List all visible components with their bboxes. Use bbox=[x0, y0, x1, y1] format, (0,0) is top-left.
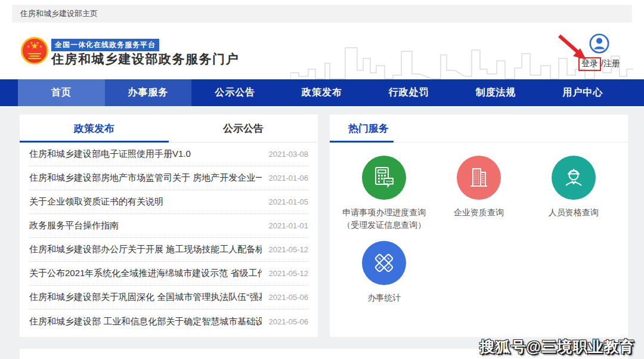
news-item-date: 2021-05-06 bbox=[269, 293, 309, 302]
news-item-title[interactable]: 住房和城乡建设部 工业和信息化部关于确定智慧城市基础设施... bbox=[29, 316, 262, 327]
site-title: 住房和城乡建设部政务服务门户 bbox=[51, 51, 239, 67]
login-register-row: 登录/注册 bbox=[572, 57, 626, 71]
news-item-date: 2021-01-01 bbox=[269, 221, 309, 230]
tab-public-announcement[interactable]: 公示公告 bbox=[169, 114, 318, 143]
news-item[interactable]: 住房和城乡建设部办公厅关于开展 施工现场技能工人配备标准... 2021-05-… bbox=[29, 238, 308, 262]
site-header: ★ ★ ★ ★ ★ 全国一体化在线政务服务平台 住房和城乡建设部政务服务门户 登… bbox=[0, 23, 644, 79]
news-tabs: 政策发布 公示公告 bbox=[20, 114, 318, 143]
nav-item-services[interactable]: 办事服务 bbox=[105, 79, 192, 106]
office-building-icon bbox=[457, 156, 501, 200]
news-panel: 政策发布 公示公告 住房和城乡建设部电子证照使用手册V1.0 2021-03-0… bbox=[20, 114, 318, 337]
nav-item-announcements[interactable]: 公示公告 bbox=[191, 79, 278, 106]
register-link[interactable]: 注册 bbox=[603, 58, 620, 68]
news-item[interactable]: 住房和城乡建设部电子证照使用手册V1.0 2021-03-08 bbox=[29, 143, 308, 166]
service-statistics[interactable]: 办事统计 bbox=[337, 241, 432, 304]
service-label: 办事统计 bbox=[367, 292, 401, 304]
news-item-title[interactable]: 关于企业领取资质证书的有关说明 bbox=[29, 196, 163, 208]
nav-item-policy-release[interactable]: 政策发布 bbox=[278, 79, 366, 106]
nav-item-home[interactable]: 首页 bbox=[18, 79, 105, 106]
news-item-title[interactable]: 政务服务平台操作指南 bbox=[29, 220, 119, 231]
calculator-receipt-icon bbox=[362, 156, 406, 200]
worker-hardhat-icon bbox=[552, 156, 596, 200]
watermark: 搜狐号@三境职业教育 bbox=[480, 337, 634, 357]
news-item-date: 2021-01-05 bbox=[269, 197, 309, 206]
news-item-title[interactable]: 住房和城乡建设部办公厅关于开展 施工现场技能工人配备标准... bbox=[29, 244, 262, 255]
nav-item-user-center[interactable]: 用户中心 bbox=[539, 79, 626, 106]
news-item[interactable]: 住房和城乡建设部 工业和信息化部关于确定智慧城市基础设施... 2021-05-… bbox=[29, 310, 308, 333]
news-list: 住房和城乡建设部电子证照使用手册V1.0 2021-03-08 住房和城乡建设部… bbox=[20, 143, 318, 333]
news-item[interactable]: 关于企业领取资质证书的有关说明 2021-01-05 bbox=[29, 190, 308, 214]
news-item-title[interactable]: 住房和城乡建设部关于巩固深化 全国城市管理执法队伍“强基... bbox=[29, 292, 262, 303]
news-item-date: 2021-05-06 bbox=[269, 317, 309, 326]
service-progress-query[interactable]: 申请事项办理进度查询 （受理发证信息查询） bbox=[337, 156, 432, 231]
news-item-date: 2021-03-08 bbox=[269, 150, 309, 159]
news-item-date: 2021-05-12 bbox=[269, 245, 309, 254]
main-nav: 首页 办事服务 公示公告 政策发布 行政处罚 制度法规 用户中心 bbox=[0, 79, 644, 106]
hot-services-title: 热门服务 bbox=[330, 114, 628, 143]
page: 住房和城乡建设部主页 ★ ★ ★ ★ ★ 全国一体化在线政务服务平台 住房和城乡… bbox=[0, 0, 644, 359]
news-item[interactable]: 关于公布2021年系统化全域推进海绵城市建设示范 省级工作... 2021-05… bbox=[29, 262, 308, 286]
hot-services-panel: 热门服务 bbox=[330, 114, 628, 337]
news-item[interactable]: 住房和城乡建设部关于巩固深化 全国城市管理执法队伍“强基... 2021-05-… bbox=[29, 286, 308, 310]
top-bar: 住房和城乡建设部主页 bbox=[12, 5, 632, 23]
login-link[interactable]: 登录 bbox=[578, 57, 601, 71]
service-label: 申请事项办理进度查询 （受理发证信息查询） bbox=[342, 206, 426, 231]
tab-policy-release[interactable]: 政策发布 bbox=[20, 114, 169, 143]
service-personnel-qualification[interactable]: 人员资格查询 bbox=[526, 156, 621, 231]
news-item-title[interactable]: 住房和城乡建设部房地产市场监管司关于 房地产开发企业一级... bbox=[29, 172, 262, 184]
service-label: 人员资格查询 bbox=[549, 206, 599, 219]
platform-badge: 全国一体化在线政务服务平台 bbox=[51, 39, 159, 51]
news-item-date: 2021-01-06 bbox=[269, 174, 309, 182]
news-item-title[interactable]: 关于公布2021年系统化全域推进海绵城市建设示范 省级工作... bbox=[29, 268, 262, 279]
ruler-pencil-icon bbox=[362, 241, 406, 285]
services-grid: 申请事项办理进度查询 （受理发证信息查询） bbox=[330, 143, 628, 314]
user-area: 登录/注册 bbox=[572, 33, 626, 71]
service-enterprise-qualification[interactable]: 企业资质查询 bbox=[432, 156, 527, 231]
news-item[interactable]: 政务服务平台操作指南 2021-01-01 bbox=[29, 214, 308, 238]
nav-item-administrative-penalty[interactable]: 行政处罚 bbox=[366, 79, 453, 106]
nav-item-regulations[interactable]: 制度法规 bbox=[453, 79, 540, 106]
news-item[interactable]: 住房和城乡建设部房地产市场监管司关于 房地产开发企业一级... 2021-01-… bbox=[29, 166, 308, 190]
news-item-title[interactable]: 住房和城乡建设部电子证照使用手册V1.0 bbox=[29, 148, 191, 160]
news-item-date: 2021-05-12 bbox=[269, 269, 309, 278]
main-content: 政策发布 公示公告 住房和城乡建设部电子证照使用手册V1.0 2021-03-0… bbox=[0, 106, 644, 359]
user-avatar-icon[interactable] bbox=[589, 33, 609, 56]
national-emblem-icon: ★ ★ ★ ★ ★ bbox=[21, 37, 48, 64]
ministry-home-link[interactable]: 住房和城乡建设部主页 bbox=[20, 8, 98, 19]
service-label: 企业资质查询 bbox=[454, 206, 504, 219]
